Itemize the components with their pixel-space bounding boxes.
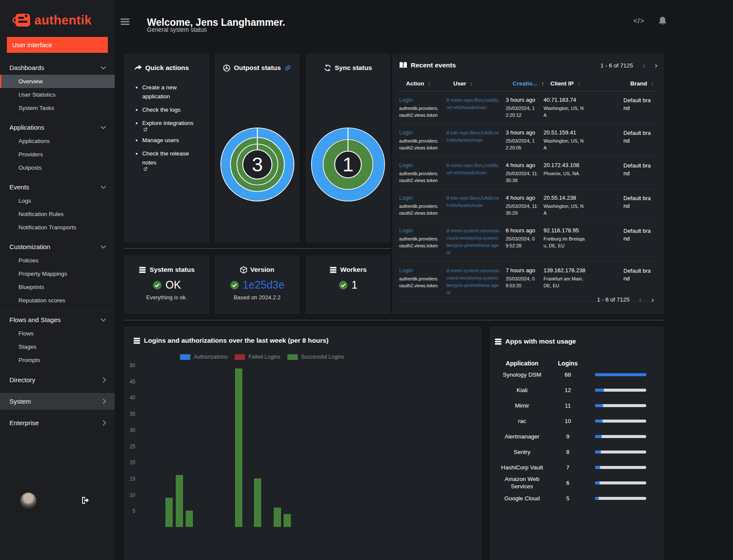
sort-icon: ↕	[651, 80, 654, 87]
bar-successful-logins	[186, 511, 193, 527]
avatar[interactable]	[20, 493, 37, 509]
app-login-count: 7	[550, 464, 586, 471]
event-action-link[interactable]: Login	[399, 195, 441, 201]
sidebar-item-policies[interactable]: Policies	[0, 254, 115, 267]
event-created-cell: 4 hours ago25/03/2024, 11:35:38	[506, 162, 544, 184]
app-login-count: 8	[550, 449, 586, 455]
event-action-link[interactable]: Login	[399, 162, 441, 168]
quick-action-check-the-release-notes[interactable]: Check the release notes	[142, 149, 199, 171]
book-icon	[399, 62, 407, 69]
version-value-link[interactable]: 1e25d3e	[243, 279, 284, 291]
version-card: Version 1e25d3e Based on 2024.2.2	[215, 256, 299, 314]
pagination-prev-button[interactable]: ‹	[639, 297, 641, 303]
cube-icon	[240, 266, 247, 274]
event-brand: Default brand	[623, 195, 652, 210]
quick-action-check-the-logs[interactable]: Check the logs	[142, 105, 199, 114]
sidebar-item-applications[interactable]: Applications	[0, 134, 115, 148]
link-icon[interactable]	[284, 64, 291, 71]
event-user-link[interactable]: tf-loki-repo:BeryJu/k8s:ref:refs/heads/m…	[446, 195, 501, 209]
event-action-cell: Loginauthentik.providers.oauth2.views.to…	[399, 267, 446, 296]
pagination-next-button[interactable]: ›	[651, 297, 654, 303]
sidebar-section-label: Enterprise	[9, 419, 39, 426]
event-client-location: Frankfurt am Main, DE, EU	[544, 275, 586, 289]
event-user-link[interactable]: tf-mimir-repo:BeryJu/k8s:ref:refs/heads/…	[446, 97, 501, 111]
app-name: rac	[495, 417, 550, 425]
sidebar-item-user-statistics[interactable]: User Statistics	[0, 88, 115, 101]
event-user-link[interactable]: tf-mimir-system:serviceaccount:monitorin…	[446, 267, 501, 296]
pagination-prev-button[interactable]: ‹	[642, 62, 645, 68]
sidebar-item-overview[interactable]: Overview	[0, 75, 115, 88]
sidebar-item-system[interactable]: System	[0, 393, 115, 410]
events-column-header-creatio-[interactable]: Creatio...↑	[513, 80, 550, 87]
apps-usage-title: Apps with most usage	[505, 338, 576, 345]
event-user-link[interactable]: tf-mimir-repo:BeryJu/k8s:ref:refs/heads/…	[446, 162, 501, 177]
event-client-location: Washington, US, NA	[544, 203, 586, 216]
api-code-icon[interactable]: </>	[633, 17, 644, 25]
chevron-right-icon	[103, 377, 106, 383]
sidebar-item-providers[interactable]: Providers	[0, 148, 115, 161]
sidebar-item-customization[interactable]: Customization	[0, 239, 115, 254]
quick-actions-title: Quick actions	[145, 64, 189, 72]
sidebar-item-property-mappings[interactable]: Property Mappings	[0, 267, 115, 280]
events-column-header-client-ip[interactable]: Client IP↕	[550, 80, 630, 87]
sidebar-item-flows[interactable]: Flows	[0, 327, 115, 340]
sidebar-item-reputation-scores[interactable]: Reputation scores	[0, 294, 115, 307]
sidebar-item-outposts[interactable]: Outposts	[0, 161, 115, 174]
event-user-cell: tf-mimir-system:serviceaccount:monitorin…	[446, 267, 506, 296]
events-column-header-action[interactable]: Action↕	[406, 80, 453, 87]
event-action-detail: authentik.providers.oauth2.views.token	[399, 105, 440, 119]
sidebar-item-stages[interactable]: Stages	[0, 340, 115, 353]
event-action-link[interactable]: Login	[399, 129, 441, 136]
app-login-count: 9	[550, 433, 586, 440]
sidebar-item-logs[interactable]: Logs	[0, 194, 115, 207]
bar-successful-logins	[274, 508, 281, 527]
sidebar-item-notification-rules[interactable]: Notification Rules	[0, 207, 115, 221]
event-brand: Default brand	[623, 267, 652, 283]
event-action-link[interactable]: Login	[399, 227, 441, 234]
user-interface-button[interactable]: User interface	[7, 37, 108, 53]
sidebar-item-events[interactable]: Events	[0, 179, 115, 194]
event-created-cell: 7 hours ago25/03/2024, 08:53:20	[506, 267, 544, 296]
sidebar-item-system-tasks[interactable]: System Tasks	[0, 101, 115, 115]
apps-table-body: Synology DSM68Kiali12Mimir11rac10Alertma…	[495, 367, 664, 506]
outpost-icon	[223, 64, 230, 72]
hamburger-menu-icon[interactable]	[121, 18, 129, 25]
app-usage-bar-fill	[595, 450, 601, 453]
sidebar-item-directory[interactable]: Directory	[0, 371, 115, 388]
apps-row-synology-dsm: Synology DSM68	[495, 367, 664, 382]
pagination-next-button[interactable]: ›	[655, 62, 657, 68]
event-client-location: Phoenix, US, NA	[544, 170, 586, 177]
notification-bell-icon[interactable]	[658, 16, 667, 26]
event-time-relative: 7 hours ago	[506, 267, 538, 274]
y-axis-tick-label: 20	[125, 460, 135, 466]
event-action-link[interactable]: Login	[399, 267, 441, 274]
quick-action-manage-users[interactable]: Manage users	[142, 136, 199, 145]
event-client-ip-cell: 139.162.176.238Frankfurt am Main, DE, EU	[544, 267, 623, 296]
quick-action-create-a-new-application[interactable]: Create a new application	[142, 83, 199, 101]
sidebar-item-prompts[interactable]: Prompts	[0, 353, 115, 367]
event-user-link[interactable]: tf-mimir-system:serviceaccount:monitorin…	[446, 227, 501, 256]
sidebar-item-notification-transports[interactable]: Notification Transports	[0, 221, 115, 234]
app-name: HashiCorp Vault	[495, 464, 550, 471]
sort-icon: ↕	[470, 80, 473, 87]
events-column-header-user[interactable]: User↕	[453, 80, 513, 87]
event-created-cell: 6 hours ago25/03/2024, 09:52:28	[506, 227, 544, 256]
event-action-link[interactable]: Login	[399, 97, 441, 103]
event-user-link[interactable]: tf-loki-repo:BeryJu/k8s:ref:refs/heads/m…	[446, 129, 501, 144]
sidebar-item-applications[interactable]: Applications	[0, 119, 115, 134]
event-created-cell: 3 hours ago25/03/2024, 12:20:05	[506, 129, 544, 151]
sidebar-item-dashboards[interactable]: Dashboards	[0, 60, 115, 75]
sidebar-section-flows-and-stages: Flows and StagesFlowsStagesPrompts	[0, 310, 115, 370]
authentik-logo[interactable]: authentik	[0, 0, 115, 27]
event-client-ip-cell: 20.55.14.238Washington, US, NA	[544, 195, 623, 216]
sidebar-item-flows-and-stages[interactable]: Flows and Stages	[0, 312, 115, 327]
version-title: Version	[250, 266, 275, 274]
event-created-cell: 4 hours ago25/03/2024, 11:35:29	[506, 195, 544, 216]
events-column-header-brand[interactable]: Brand↕	[630, 80, 664, 87]
check-circle-icon	[339, 280, 348, 290]
apps-row-sentry: Sentry8	[495, 444, 664, 460]
sidebar-item-enterprise[interactable]: Enterprise	[0, 414, 115, 431]
quick-action-explore-integrations[interactable]: Explore integrations	[142, 119, 199, 131]
sidebar-item-blueprints[interactable]: Blueprints	[0, 280, 115, 294]
logout-icon[interactable]	[81, 496, 90, 504]
